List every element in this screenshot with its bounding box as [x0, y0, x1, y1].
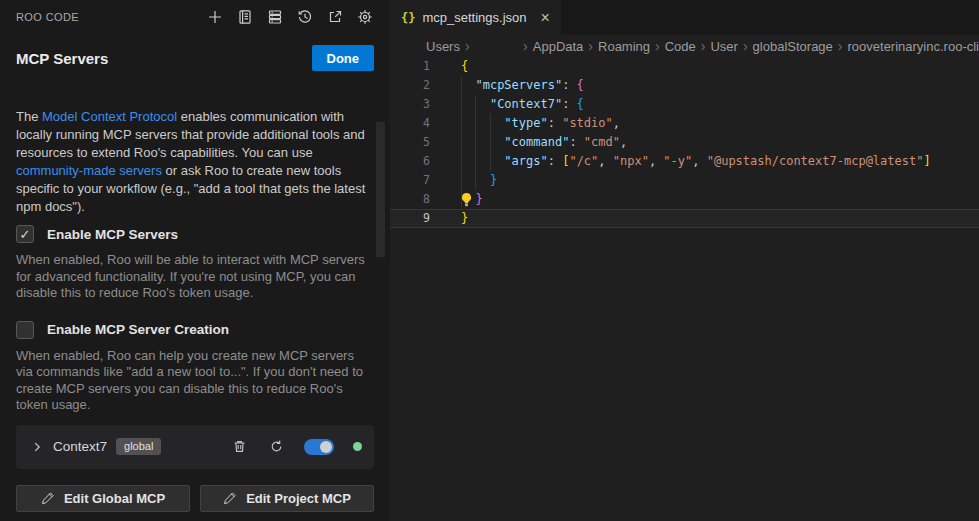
intro-link[interactable]: community-made servers: [16, 163, 162, 178]
breadcrumb: Users››AppData›Roaming›Code›User›globalS…: [390, 35, 979, 57]
breadcrumb-item[interactable]: AppData: [533, 39, 584, 54]
enable-mcp-servers-label: Enable MCP Servers: [47, 227, 178, 242]
app-window: ROO CODE: [0, 0, 979, 521]
mcp-edit-buttons: Edit Global MCP Edit Project MCP: [16, 485, 374, 512]
pencil-icon: [41, 491, 55, 505]
pencil-icon: [223, 491, 237, 505]
enable-mcp-creation-checkbox[interactable]: ✓: [16, 321, 34, 339]
sidebar-header: MCP Servers Done: [0, 34, 390, 72]
settings-gear-icon[interactable]: [356, 8, 374, 26]
page-title: MCP Servers: [16, 50, 108, 67]
lightbulb-code-action-icon[interactable]: [459, 192, 474, 207]
code-line: 1{: [390, 57, 979, 76]
tab-close-icon[interactable]: ×: [541, 10, 550, 26]
line-number: 6: [390, 152, 430, 171]
breadcrumb-separator-icon: ›: [465, 38, 470, 54]
delete-server-trash-icon[interactable]: [230, 438, 248, 456]
server-controls: [230, 438, 362, 456]
breadcrumb-item[interactable]: globalStorage: [753, 39, 833, 54]
line-number: 5: [390, 133, 430, 152]
code-lines: 1{2 "mcpServers": {3 "Context7": {4 "typ…: [390, 57, 979, 228]
enable-mcp-servers-row: ✓ Enable MCP Servers: [16, 224, 374, 244]
server-scope-badge: global: [116, 438, 161, 455]
line-number: 9: [390, 209, 430, 228]
sidebar-scrollbar-thumb[interactable]: [376, 122, 385, 257]
roo-code-sidebar: ROO CODE: [0, 0, 390, 521]
edit-project-mcp-button[interactable]: Edit Project MCP: [200, 485, 374, 512]
code-line: 9}: [390, 209, 979, 228]
enable-mcp-creation-description: When enabled, Roo can help you create ne…: [16, 348, 370, 414]
intro-link[interactable]: Model Context Protocol: [42, 109, 177, 124]
line-number: 3: [390, 95, 430, 114]
code-line: 2 "mcpServers": {: [390, 76, 979, 95]
server-enabled-toggle[interactable]: [304, 439, 334, 455]
intro-text: The: [16, 109, 42, 124]
server-name: Context7: [53, 439, 107, 454]
enable-mcp-creation-label: Enable MCP Server Creation: [47, 322, 229, 337]
indent-guide: [461, 76, 462, 209]
code-line: 3 "Context7": {: [390, 95, 979, 114]
tab-mcp-settings-json[interactable]: {} mcp_settings.json ×: [390, 0, 561, 35]
prompts-notepad-icon[interactable]: [236, 8, 254, 26]
code-line: 7 }: [390, 171, 979, 190]
code-line: 8 }: [390, 190, 979, 209]
edit-global-mcp-label: Edit Global MCP: [64, 491, 165, 506]
line-number: 2: [390, 76, 430, 95]
tab-filename: mcp_settings.json: [422, 10, 526, 25]
server-status-dot: [353, 442, 362, 451]
editor-pane: {} mcp_settings.json × Users››AppData›Ro…: [390, 0, 979, 521]
line-number: 7: [390, 171, 430, 190]
breadcrumb-separator-icon: ›: [523, 38, 528, 54]
server-row-context7: Context7 global: [16, 425, 374, 469]
code-line: 4 "type": "stdio",: [390, 114, 979, 133]
toggle-knob: [320, 441, 332, 453]
enable-mcp-servers-description: When enabled, Roo will be able to intera…: [16, 252, 370, 302]
done-button[interactable]: Done: [312, 45, 375, 71]
expand-chevron-icon[interactable]: [30, 440, 44, 454]
enable-mcp-servers-checkbox[interactable]: ✓: [16, 225, 34, 243]
restart-server-refresh-icon[interactable]: [267, 438, 285, 456]
checkbox-check-icon: ✓: [20, 227, 31, 242]
enable-mcp-creation-row: ✓ Enable MCP Server Creation: [16, 320, 374, 340]
breadcrumb-separator-icon: ›: [838, 38, 843, 54]
code-line: 6 "args": ["/c", "npx", "-y", "@upstash/…: [390, 152, 979, 171]
breadcrumb-item[interactable]: Users: [426, 39, 460, 54]
breadcrumb-separator-icon: ›: [743, 38, 748, 54]
toolbar-icon-row: [206, 8, 374, 26]
indent-guide: [490, 114, 491, 171]
breadcrumb-item[interactable]: Roaming: [598, 39, 650, 54]
breadcrumb-separator-icon: ›: [588, 38, 593, 54]
code-area[interactable]: 1{2 "mcpServers": {3 "Context7": {4 "typ…: [390, 57, 979, 521]
edit-project-mcp-label: Edit Project MCP: [246, 491, 351, 506]
edit-global-mcp-button[interactable]: Edit Global MCP: [16, 485, 190, 512]
breadcrumb-separator-icon: ›: [655, 38, 660, 54]
line-number: 1: [390, 57, 430, 76]
breadcrumb-separator-icon: ›: [701, 38, 706, 54]
roo-code-brand: ROO CODE: [16, 11, 79, 23]
editor-tab-strip: {} mcp_settings.json ×: [390, 0, 979, 35]
breadcrumb-item[interactable]: User: [710, 39, 737, 54]
breadcrumb-item[interactable]: rooveterinaryinc.roo-cli: [848, 39, 979, 54]
indent-guide: [475, 95, 476, 190]
checkbox-check-icon: ✓: [20, 322, 31, 337]
history-icon[interactable]: [296, 8, 314, 26]
breadcrumb-item[interactable]: Code: [665, 39, 696, 54]
open-in-editor-icon[interactable]: [326, 8, 344, 26]
mcp-intro: The Model Context Protocol enables commu…: [16, 108, 374, 216]
new-task-plus-icon[interactable]: [206, 8, 224, 26]
code-line: 5 "command": "cmd",: [390, 133, 979, 152]
json-file-icon: {}: [401, 11, 415, 25]
line-number: 8: [390, 190, 430, 209]
sidebar-toolbar: ROO CODE: [0, 0, 390, 34]
mcp-servers-icon[interactable]: [266, 8, 284, 26]
line-number: 4: [390, 114, 430, 133]
